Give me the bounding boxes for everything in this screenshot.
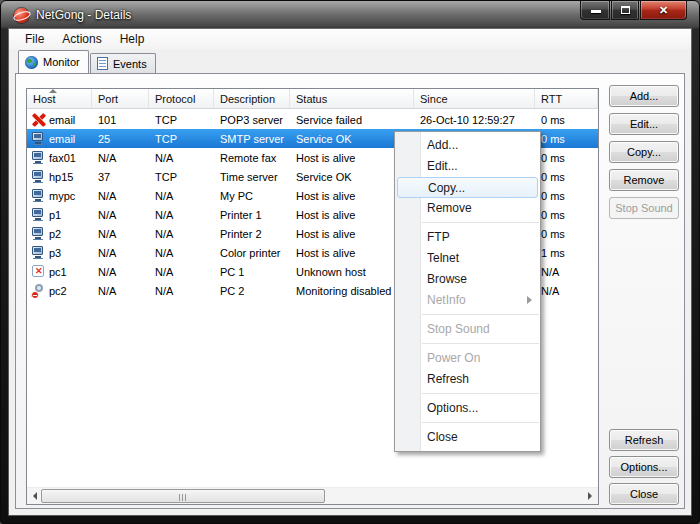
column-header-description[interactable]: Description (214, 89, 290, 108)
menu-item-label: Refresh (427, 372, 469, 386)
context-menu-item-remove[interactable]: Remove (395, 198, 540, 219)
close-button[interactable]: ✕ (640, 1, 687, 20)
monitoring-disabled-icon (30, 283, 46, 298)
cell-description: Printer 1 (214, 209, 290, 221)
cell-description: My PC (214, 190, 290, 202)
table-row[interactable]: email101TCPPOP3 serverService failed26-O… (27, 110, 598, 129)
window-frame: NetGong - Details ✕ FileActionsHelp Moni… (0, 0, 700, 524)
context-menu-item-refresh[interactable]: Refresh (395, 369, 540, 390)
cell-port: N/A (92, 152, 149, 164)
maximize-icon (621, 6, 630, 14)
cell-description: SMTP server (214, 133, 290, 145)
menu-item-label: NetInfo (427, 293, 466, 307)
app-icon (14, 8, 29, 23)
menu-separator (422, 222, 539, 223)
cell-protocol: TCP (149, 114, 214, 126)
column-header-host[interactable]: Host (27, 89, 92, 108)
sort-ascending-icon (49, 89, 57, 93)
stop-sound-button: Stop Sound (609, 197, 679, 219)
remove-button[interactable]: Remove (609, 169, 679, 191)
cell-port: 25 (92, 133, 149, 145)
host-name: email (49, 114, 75, 126)
tab-panel: HostPortProtocolDescriptionStatusSinceRT… (15, 73, 685, 509)
context-menu-item-close[interactable]: Close (395, 427, 540, 448)
titlebar[interactable]: NetGong - Details ✕ (1, 1, 699, 29)
context-menu-item-stop-sound: Stop Sound (395, 319, 540, 340)
close-icon: ✕ (641, 4, 686, 16)
column-label: Description (220, 93, 275, 105)
scroll-right-button[interactable] (582, 488, 598, 504)
host-failed-icon (30, 112, 46, 127)
cell-port: N/A (92, 190, 149, 202)
refresh-button[interactable]: Refresh (609, 429, 679, 451)
cell-rtt: N/A (535, 285, 598, 297)
edit-button[interactable]: Edit... (609, 113, 679, 135)
tab-label: Monitor (43, 56, 80, 68)
context-menu-item-edit[interactable]: Edit... (395, 156, 540, 177)
cell-rtt: 0 ms (535, 152, 598, 164)
host-name: pc1 (49, 266, 67, 278)
cell-description: Printer 2 (214, 228, 290, 240)
cell-port: N/A (92, 285, 149, 297)
cell-protocol: TCP (149, 133, 214, 145)
menu-separator (422, 343, 539, 344)
menu-separator (422, 393, 539, 394)
host-name: p2 (49, 228, 61, 240)
menu-item-label: Add... (427, 138, 458, 152)
cell-port: N/A (92, 266, 149, 278)
context-menu-item-telnet[interactable]: Telnet (395, 248, 540, 269)
context-menu-item-browse[interactable]: Browse (395, 269, 540, 290)
cell-protocol: TCP (149, 171, 214, 183)
column-header-protocol[interactable]: Protocol (149, 89, 214, 108)
column-header-status[interactable]: Status (290, 89, 414, 108)
minimize-button[interactable] (580, 1, 610, 20)
column-label: Since (420, 93, 448, 105)
context-menu-item-add[interactable]: Add... (395, 135, 540, 156)
cell-since: 26-Oct-10 12:59:27 (414, 114, 535, 126)
computer-icon (30, 207, 46, 222)
tab-strip: MonitorEvents (9, 49, 691, 73)
cell-description: PC 1 (214, 266, 290, 278)
menu-item-label: FTP (427, 230, 450, 244)
cell-description: Color printer (214, 247, 290, 259)
column-header-since[interactable]: Since (414, 89, 535, 108)
menu-help[interactable]: Help (111, 30, 154, 48)
computer-icon (30, 226, 46, 241)
menu-item-label: Telnet (427, 251, 459, 265)
add-button[interactable]: Add... (609, 85, 679, 107)
context-menu-item-copy[interactable]: Copy... (397, 177, 538, 198)
computer-icon (30, 150, 46, 165)
menu-separator (422, 314, 539, 315)
tab-label: Events (113, 58, 147, 70)
menu-actions[interactable]: Actions (53, 30, 110, 48)
scroll-left-icon (33, 492, 37, 500)
maximize-button[interactable] (611, 1, 639, 20)
window-controls: ✕ (580, 1, 687, 20)
tab-monitor[interactable]: Monitor (18, 50, 89, 73)
menu-separator (422, 422, 539, 423)
scrollbar-grip (179, 494, 187, 501)
copy-button[interactable]: Copy... (609, 141, 679, 163)
menu-file[interactable]: File (16, 30, 53, 48)
menu-item-label: Options... (427, 401, 478, 415)
scrollbar-thumb[interactable] (41, 489, 325, 503)
context-menu-item-ftp[interactable]: FTP (395, 227, 540, 248)
horizontal-scrollbar[interactable] (27, 487, 598, 504)
column-header-port[interactable]: Port (92, 89, 149, 108)
context-menu-item-options[interactable]: Options... (395, 398, 540, 419)
cell-port: N/A (92, 209, 149, 221)
submenu-arrow-icon (527, 296, 532, 304)
cell-protocol: N/A (149, 209, 214, 221)
cell-description: POP3 server (214, 114, 290, 126)
cell-rtt: 0 ms (535, 209, 598, 221)
column-header-rtt[interactable]: RTT (535, 89, 598, 108)
close-button[interactable]: Close (609, 483, 679, 505)
cell-rtt: 0 ms (535, 171, 598, 183)
options-button[interactable]: Options... (609, 456, 679, 478)
menu-item-label: Power On (427, 351, 480, 365)
cell-port: N/A (92, 247, 149, 259)
host-name: pc2 (49, 285, 67, 297)
column-label: Status (296, 93, 327, 105)
cell-description: Remote fax (214, 152, 290, 164)
tab-events[interactable]: Events (90, 53, 156, 73)
